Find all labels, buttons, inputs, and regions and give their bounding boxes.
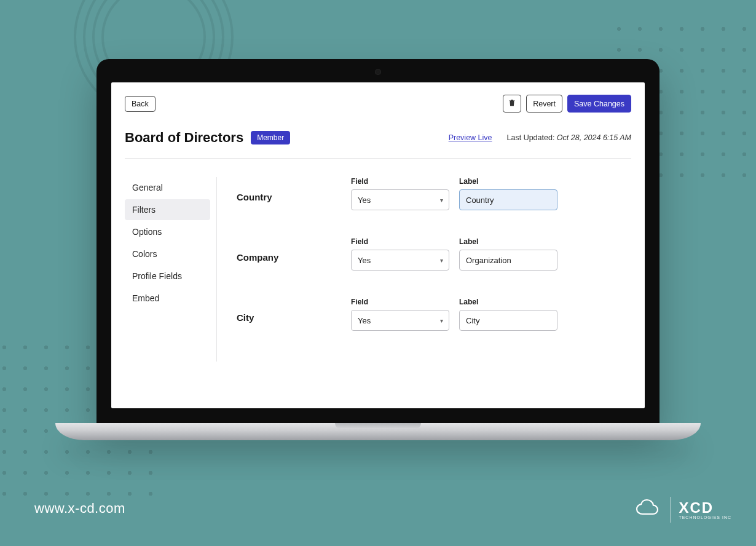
preview-live-link[interactable]: Preview Live bbox=[449, 133, 492, 142]
last-updated: Last Updated: Oct 28, 2024 6:15 AM bbox=[507, 133, 631, 142]
label-header-label: Label bbox=[459, 237, 557, 246]
label-header-label: Label bbox=[459, 298, 557, 306]
sidebar-item-filters[interactable]: Filters bbox=[125, 199, 210, 220]
field-header-label: Field bbox=[351, 177, 449, 186]
filter-row: CityFieldYes▾Label bbox=[237, 298, 631, 331]
sidebar-item-colors[interactable]: Colors bbox=[125, 243, 210, 264]
delete-button[interactable] bbox=[503, 95, 521, 113]
sidebar-item-profile-fields[interactable]: Profile Fields bbox=[125, 266, 210, 287]
page-title: Board of Directors bbox=[125, 130, 243, 146]
field-select[interactable]: Yes bbox=[351, 310, 449, 331]
field-header-label: Field bbox=[351, 298, 449, 306]
brand-name: XCD bbox=[679, 501, 731, 515]
label-input[interactable] bbox=[459, 310, 557, 331]
camera-icon bbox=[375, 69, 381, 75]
top-toolbar: Back Revert Save Changes bbox=[125, 95, 631, 113]
filters-panel: CountryFieldYes▾LabelCompanyFieldYes▾Lab… bbox=[217, 177, 631, 362]
field-select[interactable]: Yes bbox=[351, 250, 449, 271]
filter-row: CompanyFieldYes▾Label bbox=[237, 237, 631, 271]
brand-subtitle: TECHNOLOGIES INC bbox=[679, 515, 731, 520]
app-screen: Back Revert Save Changes Board of Direct… bbox=[111, 82, 645, 408]
member-badge: Member bbox=[251, 131, 290, 144]
settings-sidebar: GeneralFiltersOptionsColorsProfile Field… bbox=[125, 177, 217, 362]
filter-name: Country bbox=[237, 177, 341, 202]
label-input[interactable] bbox=[459, 189, 557, 210]
filter-row: CountryFieldYes▾Label bbox=[237, 177, 631, 210]
trash-icon bbox=[508, 98, 516, 109]
last-updated-value: Oct 28, 2024 6:15 AM bbox=[557, 133, 631, 142]
save-button[interactable]: Save Changes bbox=[567, 95, 631, 113]
brand-logo: XCD TECHNOLOGIES INC bbox=[634, 497, 731, 523]
filter-name: Company bbox=[237, 237, 341, 263]
page-header: Board of Directors Member Preview Live L… bbox=[125, 130, 631, 159]
filter-name: City bbox=[237, 298, 341, 323]
field-select[interactable]: Yes bbox=[351, 189, 449, 210]
back-button[interactable]: Back bbox=[125, 96, 156, 112]
label-input[interactable] bbox=[459, 250, 557, 271]
field-header-label: Field bbox=[351, 237, 449, 246]
laptop-base bbox=[55, 423, 701, 440]
sidebar-item-general[interactable]: General bbox=[125, 177, 210, 198]
sidebar-item-embed[interactable]: Embed bbox=[125, 288, 210, 309]
footer-url: www.x-cd.com bbox=[34, 501, 125, 516]
cloud-icon bbox=[634, 498, 663, 521]
laptop-frame: Back Revert Save Changes Board of Direct… bbox=[96, 59, 660, 440]
revert-button[interactable]: Revert bbox=[526, 95, 562, 113]
label-header-label: Label bbox=[459, 177, 557, 186]
sidebar-item-options[interactable]: Options bbox=[125, 221, 210, 242]
